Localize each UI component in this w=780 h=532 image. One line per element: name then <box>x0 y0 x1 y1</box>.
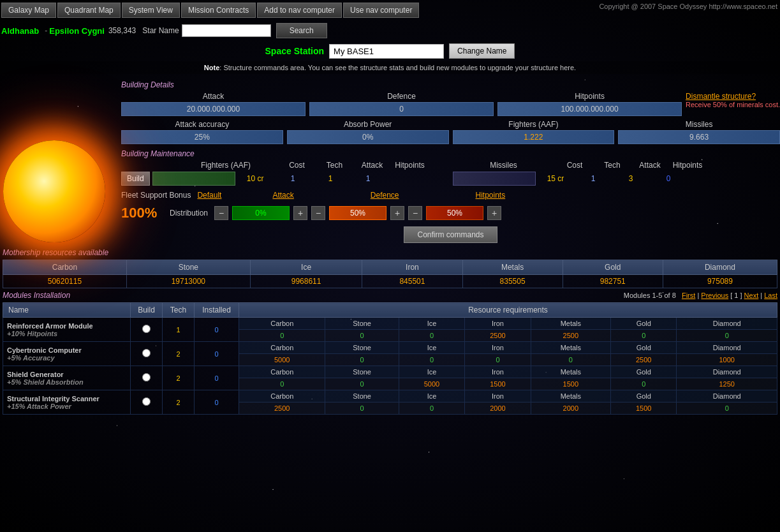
station-name-input[interactable] <box>329 44 444 59</box>
mod-res-header-1-6: Diamond <box>677 342 777 354</box>
module-tech-1: 2 <box>163 342 195 366</box>
module-tech-3: 2 <box>163 390 195 415</box>
res-header-gold: Gold <box>563 260 663 275</box>
module-build-0[interactable] <box>131 318 163 342</box>
mod-res-val-1-0: 5000 <box>239 354 325 366</box>
module-radio-3[interactable] <box>142 397 151 406</box>
content-column: Building Details Attack 20.000.000.000 D… <box>121 77 780 248</box>
attack-value: 20.000.000.000 <box>121 102 305 116</box>
module-bonus-3: +15% Attack Power <box>7 403 71 410</box>
add-nav-btn[interactable]: Add to nav computer <box>257 3 342 18</box>
fighters-input[interactable] <box>152 172 235 186</box>
mod-res-val-2-5: 0 <box>611 378 677 390</box>
resources-title: Mothership resources available <box>3 248 777 257</box>
dist-plus-1[interactable]: + <box>293 206 307 220</box>
confirm-commands-button[interactable]: Confirm commands <box>404 226 497 243</box>
defence-stat: Defence 0 <box>309 92 494 116</box>
absorb-value: 0% <box>287 130 449 144</box>
dist-minus-2[interactable]: − <box>311 206 325 220</box>
use-nav-btn[interactable]: Use nav computer <box>343 3 419 18</box>
dismantle-sub: Receive 50% of minerals cost. <box>686 101 780 108</box>
maintenance-left-headers: Fighters (AAF) Cost Tech Attack Hitpoint… <box>121 161 449 170</box>
mission-contracts-btn[interactable]: Mission Contracts <box>181 3 256 18</box>
module-installed-1: 0 <box>195 342 239 366</box>
right-cost-value: 15 cr <box>538 174 573 183</box>
distribution-label: Distribution <box>170 209 208 218</box>
res-header-ice: Ice <box>250 260 362 275</box>
mod-res-header-2-0: Carbon <box>239 366 325 378</box>
module-radio-0[interactable] <box>142 325 151 333</box>
coordinates: 358,343 <box>108 26 136 35</box>
res-header-stone: Stone <box>126 260 250 275</box>
dist-plus-3[interactable]: + <box>487 206 501 220</box>
modules-next-link[interactable]: Next <box>744 292 759 299</box>
modules-last-link[interactable]: Last <box>764 292 777 299</box>
modules-first-link[interactable]: First <box>682 292 695 299</box>
dismantle-cell: Dismantle structure? Receive 50% of mine… <box>686 92 780 116</box>
fleet-bonus-default[interactable]: Default <box>197 191 221 200</box>
note-label: Note <box>204 64 219 71</box>
attack-acc-label: Attack accuracy <box>175 120 230 129</box>
mod-res-header-2-2: Ice <box>399 366 464 378</box>
hitpoints-label: Hitpoints <box>575 92 605 101</box>
dist-bar-1: 0% <box>232 206 290 220</box>
dist-minus-1[interactable]: − <box>214 206 228 220</box>
star-name-input[interactable] <box>182 24 271 37</box>
res-header-metals: Metals <box>462 260 563 275</box>
module-build-2[interactable] <box>131 366 163 390</box>
module-row-1: Cybertronic Computer+5% Accuracy20Carbon… <box>3 342 777 354</box>
galaxy-map-btn[interactable]: Galaxy Map <box>1 3 56 18</box>
system-view-btn[interactable]: System View <box>122 3 180 18</box>
module-radio-2[interactable] <box>142 373 151 381</box>
mod-res-header-1-4: Metals <box>531 342 610 354</box>
modules-prev-link[interactable]: Previous <box>701 292 728 299</box>
mod-res-val-2-2: 5000 <box>399 378 464 390</box>
dist-minus-3[interactable]: − <box>408 206 422 220</box>
build-button-fighters[interactable]: Build <box>121 172 150 186</box>
change-name-button[interactable]: Change Name <box>449 43 515 59</box>
mod-res-header-3-5: Gold <box>611 390 677 403</box>
maintenance-headers: Fighters (AAF) Cost Tech Attack Hitpoint… <box>121 161 780 186</box>
mod-res-val-0-1: 0 <box>325 330 399 342</box>
module-bonus-1: +5% Accuracy <box>7 354 55 362</box>
dist-plus-2[interactable]: + <box>390 206 404 220</box>
quadrant-map-btn[interactable]: Quadrant Map <box>57 3 121 18</box>
modules-table: Name Build Tech Installed Resource requi… <box>3 302 777 415</box>
modules-count: Modules 1-5 of 8 <box>624 292 676 299</box>
mod-res-header-0-3: Iron <box>465 318 531 330</box>
dismantle-link[interactable]: Dismantle structure? <box>686 92 756 101</box>
fighters-col-header: Fighters (AAF) <box>175 161 277 170</box>
sun-circle <box>3 140 105 242</box>
module-build-3[interactable] <box>131 390 163 415</box>
mod-res-header-3-2: Ice <box>399 390 464 403</box>
res-val-stone: 19713000 <box>126 275 250 288</box>
module-radio-1[interactable] <box>142 349 151 357</box>
mod-res-val-1-4: 0 <box>531 354 610 366</box>
module-installed-0: 0 <box>195 318 239 342</box>
hitpoints-col-header-r: Hitpoints <box>670 161 705 170</box>
mod-res-header-0-6: Diamond <box>677 318 777 330</box>
right-attack-value: 3 <box>614 174 649 183</box>
module-tech-0: 1 <box>163 318 195 342</box>
fleet-bonus-attack[interactable]: Attack <box>272 191 293 200</box>
mod-res-val-3-4: 2000 <box>531 403 610 415</box>
mod-res-val-3-3: 2000 <box>465 403 531 415</box>
mod-res-val-0-2: 0 <box>399 330 464 342</box>
location-b: Epsilon Cygni <box>49 26 105 36</box>
module-name-3: Structural Integrity Scanner+15% Attack … <box>3 390 131 415</box>
fleet-bonus-defence[interactable]: Defence <box>371 191 399 200</box>
mod-res-val-2-6: 1250 <box>677 378 777 390</box>
fleet-bonus-hitpoints[interactable]: Hitpoints <box>476 191 506 200</box>
note-bar: Note: Structure commands area. You can s… <box>0 61 780 74</box>
location-separator: - <box>45 26 47 35</box>
missiles-input[interactable] <box>453 172 536 186</box>
cost-col-header: Cost <box>279 161 314 170</box>
sun-image <box>0 115 118 338</box>
defence-value: 0 <box>309 102 494 116</box>
main-layout: Building Details Attack 20.000.000.000 D… <box>0 77 780 248</box>
mod-res-val-2-4: 1500 <box>531 378 610 390</box>
fighters-stat: Fighters (AAF) 1.222 <box>453 120 615 144</box>
search-button[interactable]: Search <box>276 23 327 38</box>
module-build-1[interactable] <box>131 342 163 366</box>
mod-res-val-3-2: 0 <box>399 403 464 415</box>
